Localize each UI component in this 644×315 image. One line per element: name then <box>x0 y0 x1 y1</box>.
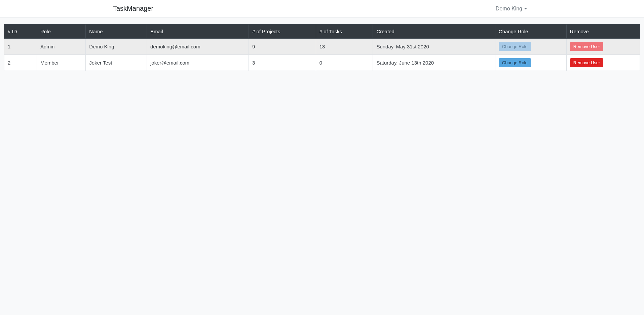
cell-created: Sunday, May 31st 2020 <box>373 39 495 55</box>
cell-tasks: 0 <box>316 55 373 71</box>
cell-projects: 3 <box>249 55 316 71</box>
cell-role: Member <box>37 55 85 71</box>
cell-id: 2 <box>4 55 37 71</box>
cell-change-role: Change Role <box>495 55 566 71</box>
cell-change-role: Change Role <box>495 39 566 55</box>
col-header-id: # ID <box>4 25 37 39</box>
cell-tasks: 13 <box>316 39 373 55</box>
cell-remove: Remove User <box>566 39 640 55</box>
table-row: 1 Admin Demo King demoking@email.com 9 1… <box>4 39 640 55</box>
app-brand[interactable]: TaskManager <box>113 3 153 14</box>
col-header-remove: Remove <box>566 25 640 39</box>
cell-projects: 9 <box>249 39 316 55</box>
cell-name: Joker Test <box>86 55 147 71</box>
remove-user-button: Remove User <box>570 42 603 51</box>
cell-role: Admin <box>37 39 85 55</box>
users-table-container: # ID Role Name Email # of Projects # of … <box>0 17 644 75</box>
col-header-created: Created <box>373 25 495 39</box>
col-header-email: Email <box>147 25 249 39</box>
col-header-projects: # of Projects <box>249 25 316 39</box>
cell-email: joker@email.com <box>147 55 249 71</box>
user-menu-dropdown[interactable]: Demo King <box>492 4 531 14</box>
chevron-down-icon <box>524 8 527 9</box>
users-table: # ID Role Name Email # of Projects # of … <box>4 24 640 71</box>
col-header-name: Name <box>86 25 147 39</box>
cell-name: Demo King <box>86 39 147 55</box>
navbar: TaskManager Demo King <box>0 0 644 17</box>
col-header-role: Role <box>37 25 85 39</box>
cell-remove: Remove User <box>566 55 640 71</box>
table-row: 2 Member Joker Test joker@email.com 3 0 … <box>4 55 640 71</box>
cell-id: 1 <box>4 39 37 55</box>
cell-email: demoking@email.com <box>147 39 249 55</box>
col-header-change-role: Change Role <box>495 25 566 39</box>
remove-user-button[interactable]: Remove User <box>570 58 603 67</box>
change-role-button[interactable]: Change Role <box>499 58 531 67</box>
change-role-button: Change Role <box>499 42 531 51</box>
user-menu-label: Demo King <box>496 6 522 12</box>
cell-created: Saturday, June 13th 2020 <box>373 55 495 71</box>
col-header-tasks: # of Tasks <box>316 25 373 39</box>
